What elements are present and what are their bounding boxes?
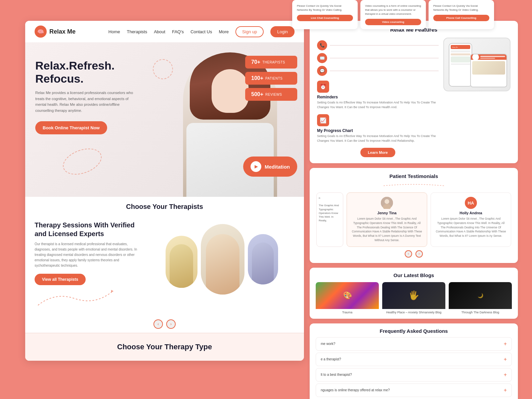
deco-line	[380, 183, 447, 188]
phone-screen: Relax Me	[449, 43, 472, 87]
right-panel: Relax Me Features 📞 ✉️ 💬	[310, 21, 518, 399]
tablet-title	[480, 56, 505, 57]
faq-item-3[interactable]: lt to a best therapist? +	[316, 368, 512, 382]
blog-anxiety[interactable]: 🖐 Healthy Place – Anxiety Shmanxiety Blo…	[382, 282, 445, 314]
top-card-video: Video counseling is a form of online cou…	[360, 0, 426, 29]
phone-screen-content: Relax Me	[449, 44, 472, 66]
faq-question-1: me work?	[321, 342, 335, 346]
testimonials-section: Patient Testimonials nThe Graphic And Ty…	[310, 168, 518, 263]
carousel-nav: ‹ ›	[25, 315, 304, 333]
logo-icon: 🧠	[35, 26, 47, 38]
therapist-card-3	[248, 234, 278, 284]
blog-darkness-img: 🌙	[449, 282, 512, 309]
carousel-prev-button[interactable]: ‹	[153, 319, 163, 329]
features-grid: 📞 ✉️ 💬 ⏰ Reminders	[317, 38, 511, 157]
nav-home[interactable]: Home	[108, 29, 120, 34]
top-card-video-text: Video counseling is a form of online cou…	[365, 4, 421, 16]
nav-contact[interactable]: Contact Us	[190, 29, 212, 34]
faq-expand-icon-2: +	[504, 356, 507, 362]
progress-icon: 📈	[317, 114, 329, 126]
therapist-card-1	[166, 236, 197, 288]
hero-content: Relax.Refresh.Refocus. Relax Me provides…	[35, 59, 136, 134]
phone-contact-icon: 📞	[317, 40, 327, 50]
reminders-icon: ⏰	[317, 81, 329, 93]
faq-expand-icon-3: +	[504, 372, 507, 378]
holly-avatar: HA	[465, 197, 477, 209]
learn-more-button[interactable]: Learn More	[360, 148, 395, 157]
faq-item-1[interactable]: me work? +	[316, 337, 512, 351]
video-counselling-button[interactable]: Video counseling	[365, 19, 421, 25]
therapist-figure-3	[252, 242, 274, 284]
blog-anxiety-label: Healthy Place – Anxiety Shmanxiety Blog	[382, 309, 445, 314]
play-icon: ▶	[251, 161, 261, 172]
holly-initials: HA	[468, 201, 474, 206]
blog-darkness[interactable]: 🌙 Through The Darkness Blog	[449, 282, 512, 314]
phone-img	[451, 56, 470, 62]
feature-left: 📞 ✉️ 💬 ⏰ Reminders	[317, 38, 439, 157]
testimonials-nav: ‹ ›	[316, 250, 511, 258]
tablet-subtitle	[480, 58, 495, 59]
phone-counselling-button[interactable]: Phone Call Counselling	[433, 15, 489, 21]
nav-therapists[interactable]: Therapists	[127, 29, 147, 34]
hero-title: Relax.Refresh.Refocus.	[35, 59, 136, 85]
progress-desc: Setting Goals Is An Effective Way To Inc…	[317, 134, 439, 143]
holly-name: Holly Andrea	[435, 211, 507, 215]
therapists-heading: Therapy Sessions With Verified and Licen…	[35, 221, 142, 238]
faq-question-2: e a therapist?	[321, 357, 341, 361]
phone-row	[451, 53, 470, 55]
contact-icons: 📞 ✉️ 💬	[317, 40, 439, 76]
stats-badges: 70+ THERAPISTS 100+ PATIENTS 500+ REVIEW…	[245, 56, 297, 101]
reminders-desc: Setting Goals Is An Effective Way To Inc…	[317, 100, 439, 109]
nav-links: Home Therapists About FAQ's Contact Us M…	[108, 26, 295, 37]
main-card: 🧠 Relax Me Home Therapists About FAQ's C…	[25, 21, 304, 361]
therapists-right	[149, 221, 295, 295]
nav-faq[interactable]: FAQ's	[172, 29, 184, 34]
blogs-row: 🎨 Trauma 🖐 Healthy Place – Anxiety Shman…	[316, 282, 512, 314]
deco-path	[35, 289, 142, 309]
signup-button[interactable]: Sign up	[235, 26, 264, 37]
therapists-desc: Our therapist is a licensed medical prof…	[35, 241, 142, 268]
blog-anxiety-img: 🖐	[382, 282, 445, 309]
faq-item-4[interactable]: nguages is online therapy offered at rel…	[316, 384, 512, 397]
faq-item-2[interactable]: e a therapist? +	[316, 353, 512, 366]
meditation-button[interactable]: ▶ Meditation	[243, 157, 297, 177]
testimonials-prev-button[interactable]: ‹	[405, 250, 412, 258]
book-therapist-button[interactable]: Book Online Therapist Now	[35, 121, 107, 134]
therapy-type-section: Choose Your Therapy Type	[25, 333, 304, 361]
therapist-figure-2	[206, 234, 239, 295]
feature-items: ⏰ Reminders Setting Goals Is An Effectiv…	[317, 81, 439, 143]
stat-therapists: 70+ THERAPISTS	[245, 56, 297, 69]
view-all-therapists-button[interactable]: View all Therapists	[35, 274, 86, 285]
therapist-figure-1	[170, 244, 193, 288]
holly-text: Lorem ipsum Dolor Sit Amet , The Graphic…	[435, 217, 507, 238]
carousel-next-button[interactable]: ›	[166, 319, 176, 329]
feature-right: Relax Me	[443, 38, 511, 91]
faq-title: Frequently Asked Questions	[316, 328, 512, 334]
feature-reminders: ⏰ Reminders Setting Goals Is An Effectiv…	[317, 81, 439, 109]
testimonials-title: Patient Testimonials	[316, 173, 511, 179]
partial-text: nThe Graphic And Typographic Operators K…	[319, 196, 341, 222]
jenny-avatar	[381, 197, 393, 209]
blogs-section: Our Latest Blogs 🎨 Trauma 🖐 Healthy Plac…	[310, 268, 518, 319]
testimonial-card-partial: nThe Graphic And Typographic Operators K…	[316, 192, 343, 247]
blog-trauma[interactable]: 🎨 Trauma	[316, 282, 379, 314]
nav-more[interactable]: More	[219, 29, 229, 34]
chat-counselling-button[interactable]: Live Chat Counselling	[297, 15, 353, 21]
login-button[interactable]: Login	[270, 26, 295, 37]
testimonial-jenny: Jenny Tina Lorem ipsum Dolor Sit Amet , …	[347, 192, 427, 247]
tablet-mockup	[470, 54, 507, 87]
blogs-title: Our Latest Blogs	[316, 272, 512, 278]
svg-point-2	[385, 199, 389, 204]
divider	[330, 58, 439, 58]
navbar: 🧠 Relax Me Home Therapists About FAQ's C…	[25, 21, 304, 42]
testimonials-next-button[interactable]: ›	[415, 250, 423, 258]
contact-icon-chat-row: 💬	[317, 66, 439, 76]
tablet-content	[471, 60, 506, 76]
nav-about[interactable]: About	[154, 29, 165, 34]
therapists-section: Therapy Sessions With Verified and Licen…	[25, 214, 304, 315]
tablet-avatar	[472, 54, 479, 60]
contact-icon-email-row: ✉️	[317, 53, 439, 63]
testimonials-row: nThe Graphic And Typographic Operators K…	[316, 192, 511, 247]
brand-name: Relax Me	[49, 28, 76, 35]
faq-expand-icon-4: +	[504, 387, 507, 393]
